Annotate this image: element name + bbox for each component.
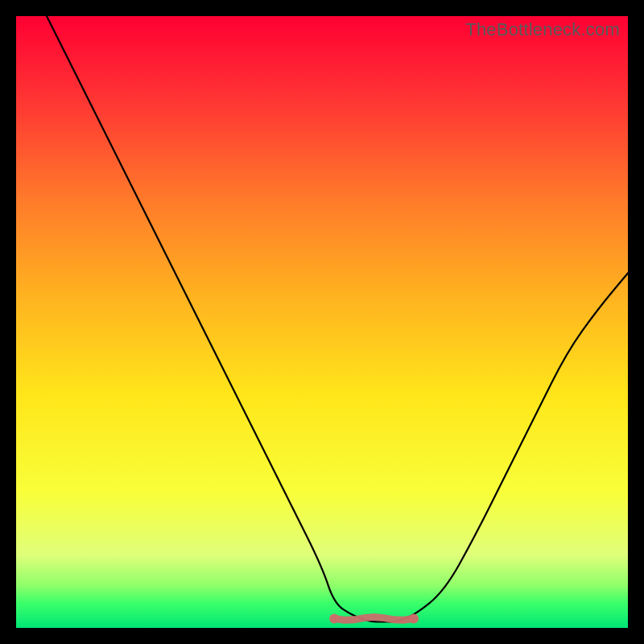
optimal-region-dot xyxy=(329,613,339,623)
bottleneck-curve-path xyxy=(47,16,628,621)
bottleneck-curve-svg xyxy=(16,16,628,628)
optimal-region-dot xyxy=(409,613,419,623)
chart-plot-area: TheBottleneck.com xyxy=(16,16,628,628)
optimal-region-band xyxy=(334,617,414,620)
watermark-text: TheBottleneck.com xyxy=(465,19,620,40)
optimal-region-dots xyxy=(329,613,419,623)
